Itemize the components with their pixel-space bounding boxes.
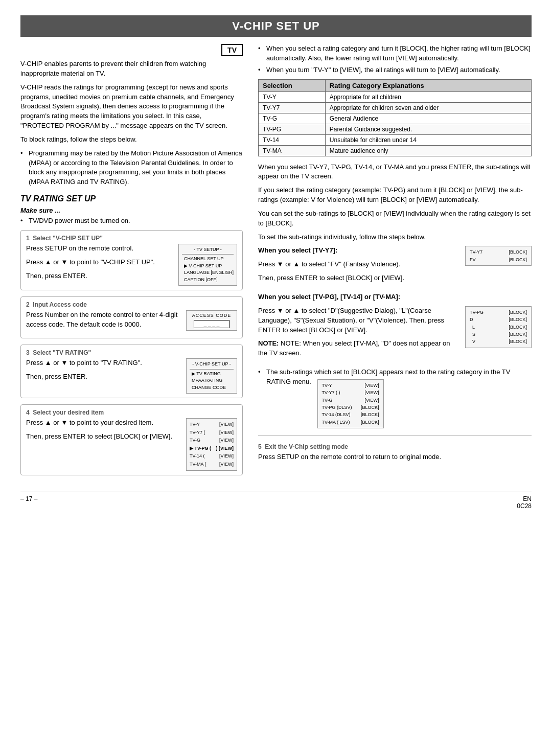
step-5-line: Press SETUP on the remote control to ret… xyxy=(258,452,532,462)
final-row-0: TV-Y[VIEW] xyxy=(322,382,379,389)
step-1-line-3: Then, press ENTER. xyxy=(26,271,173,281)
intro-p1: V-CHIP enables parents to prevent their … xyxy=(20,59,243,79)
step-1-menu-item-2: LANGUAGE [ENGLISH] xyxy=(182,269,234,277)
tv-y7-row-0: TV-Y7[BLOCK] xyxy=(470,248,527,256)
step-5-number: 5 Exit the V-Chip setting mode xyxy=(258,443,532,450)
when-tv-y7-title: When you select [TV-Y7]: xyxy=(258,246,456,256)
table-row: TV-YAppropriate for all children xyxy=(259,91,532,102)
table-cell-explanation: General Audience xyxy=(325,113,531,124)
table-cell-explanation: Appropriate for children seven and older xyxy=(325,102,531,113)
table-cell-selection: TV-Y7 xyxy=(259,102,326,113)
step-4-row-2: TV-G[VIEW] xyxy=(190,437,234,445)
step-2-access-code: ACCESS CODE _ _ _ _ xyxy=(186,310,237,331)
right-bullets: When you select a rating category and tu… xyxy=(258,44,532,75)
when-tvpg-section: When you select [TV-PG], [TV-14] or [TV-… xyxy=(258,292,532,362)
table-cell-selection: TV-14 xyxy=(259,134,326,145)
bullet-1: Programming may be rated by the Motion P… xyxy=(20,149,243,187)
table-cell-selection: TV-Y xyxy=(259,91,326,102)
right-body-p3: You can set the sub-ratings to [BLOCK] o… xyxy=(258,209,532,228)
table-row: TV-14Unsuitable for children under 14 xyxy=(259,134,532,145)
table-cell-explanation: Parental Guidance suggested. xyxy=(325,124,531,134)
table-header-explanation: Rating Category Explanations xyxy=(325,79,531,91)
access-code-title: ACCESS CODE xyxy=(191,313,233,318)
intro-bullets: Programming may be rated by the Motion P… xyxy=(20,149,243,187)
step-3-menu: - V-CHIP SET UP - TV RATING MPAA RATING … xyxy=(186,358,237,394)
tvpg-row-4: V[BLOCK] xyxy=(470,338,527,345)
step-2-line-1: Press Number on the remote control to en… xyxy=(26,310,181,330)
make-sure-bullet: TV/DVD power must be turned on. xyxy=(20,216,243,226)
right-column: When you select a rating category and tu… xyxy=(258,44,532,482)
when-tv-y7-line-2: Then, press ENTER to select [BLOCK] or [… xyxy=(258,273,456,283)
footer-code: EN 0C28 xyxy=(517,495,532,510)
page-title: V-CHIP SET UP xyxy=(20,15,532,37)
tv-badge: TV xyxy=(221,44,243,56)
step-4-row-5: TV-MA ([VIEW] xyxy=(190,461,234,469)
intro-p3: To block ratings, follow the steps below… xyxy=(20,135,243,145)
step-4-row-1: TV-Y7 ([VIEW] xyxy=(190,429,234,437)
tv-y7-row-1: FV[BLOCK] xyxy=(470,256,527,263)
footer: – 17 – EN 0C28 xyxy=(20,492,532,510)
tvpg-row-1: D[BLOCK] xyxy=(470,316,527,323)
when-tvpg-title: When you select [TV-PG], [TV-14] or [TV-… xyxy=(258,292,532,302)
step-2-number: 2 Input Access code xyxy=(26,301,237,308)
step-3-menu-title: - V-CHIP SET UP - xyxy=(190,361,234,370)
table-row: TV-Y7Appropriate for children seven and … xyxy=(259,102,532,113)
table-cell-selection: TV-PG xyxy=(259,124,326,134)
subratings-bullet: The sub-ratings which set to [BLOCK] app… xyxy=(258,368,532,428)
footer-page: – 17 – xyxy=(20,495,37,510)
step-4-text: Press ▲ or ▼ to point to your desired it… xyxy=(26,418,181,446)
step-3-number: 3 Select "TV RATING" xyxy=(26,349,237,356)
step-4-row-4: TV-14 ([VIEW] xyxy=(190,452,234,461)
tvpg-row-0: TV-PG[BLOCK] xyxy=(470,309,527,316)
tvpg-row-3: S[BLOCK] xyxy=(470,331,527,338)
when-tv-y7-text: When you select [TV-Y7]: Press ▼ or ▲ to… xyxy=(258,246,456,287)
table-cell-explanation: Appropriate for all children xyxy=(325,91,531,102)
final-row-2: TV-G[VIEW] xyxy=(322,397,379,404)
table-row: TV-PGParental Guidance suggested. xyxy=(259,124,532,134)
step-1-menu-item-3: CAPTION [OFF] xyxy=(182,277,234,284)
step-3-line-1: Press ▲ or ▼ to point to "TV RATING". xyxy=(26,358,181,368)
right-bullet-1: When you select a rating category and tu… xyxy=(258,44,532,63)
right-body-p2: If you select the rating category (examp… xyxy=(258,186,532,205)
step-3-line-2: Then, press ENTER. xyxy=(26,372,181,382)
step-1-text: Press SETUP on the remote control. Press… xyxy=(26,244,173,285)
step-4-box: 4 Select your desired item Press ▲ or ▼ … xyxy=(20,404,243,475)
table-cell-explanation: Unsuitable for children under 14 xyxy=(325,134,531,145)
table-row: TV-GGeneral Audience xyxy=(259,113,532,124)
step-4-menu: TV-Y[VIEW] TV-Y7 ([VIEW] TV-G[VIEW] ▶ TV… xyxy=(186,418,237,471)
step-4-line-1: Press ▲ or ▼ to point to your desired it… xyxy=(26,418,181,428)
step-1-menu: - TV SETUP - CHANNEL SET UP V-CHIP SET U… xyxy=(178,244,237,286)
table-cell-explanation: Mature audience only xyxy=(325,145,531,156)
step-3-text: Press ▲ or ▼ to point to "TV RATING". Th… xyxy=(26,358,181,386)
step-1-line-1: Press SETUP on the remote control. xyxy=(26,244,173,254)
access-code-input: _ _ _ _ xyxy=(194,320,229,328)
left-column: TV V-CHIP enables parents to prevent the… xyxy=(20,44,243,482)
final-ratings-box: TV-Y[VIEW] TV-Y7 ( )[VIEW] TV-G[VIEW] TV… xyxy=(317,379,384,428)
when-tv-y7-section: When you select [TV-Y7]: Press ▼ or ▲ to… xyxy=(258,246,532,287)
step-2-box: 2 Input Access code Press Number on the … xyxy=(20,296,243,338)
right-bullet-2: When you turn "TV-Y" to [VIEW], the all … xyxy=(258,65,532,75)
final-row-1: TV-Y7 ( )[VIEW] xyxy=(322,389,379,396)
step-4-number: 4 Select your desired item xyxy=(26,409,237,416)
step-3-menu-item-0: TV RATING xyxy=(190,371,234,378)
step-3-box: 3 Select "TV RATING" Press ▲ or ▼ to poi… xyxy=(20,345,243,398)
table-row: TV-MAMature audience only xyxy=(259,145,532,156)
table-header-selection: Selection xyxy=(259,79,326,91)
table-cell-selection: TV-G xyxy=(259,113,326,124)
step-2-text: Press Number on the remote control to en… xyxy=(26,310,181,334)
tvpg-subrating-box: TV-PG[BLOCK] D[BLOCK] L[BLOCK] S[BLOCK] … xyxy=(465,306,532,348)
make-sure-label: Make sure ... xyxy=(20,207,243,214)
step-5-box: 5 Exit the V-Chip setting mode Press SET… xyxy=(258,443,532,462)
table-cell-selection: TV-MA xyxy=(259,145,326,156)
when-tvpg-line-1: Press ▼ or ▲ to select "D"(Suggestive Di… xyxy=(258,306,456,335)
step-3-menu-item-2: CHANGE CODE xyxy=(190,384,234,392)
step-1-menu-item-0: CHANNEL SET UP xyxy=(182,256,234,263)
rating-table: Selection Rating Category Explanations T… xyxy=(258,79,532,156)
step-4-row-3: ▶ TV-PG () [VIEW] xyxy=(190,445,234,453)
step-1-number: 1 Select "V-CHIP SET UP" xyxy=(26,235,237,242)
step-4-row-0: TV-Y[VIEW] xyxy=(190,421,234,429)
tv-y7-subrating-box: TV-Y7[BLOCK] FV[BLOCK] xyxy=(465,246,532,266)
when-tvpg-note: NOTE: NOTE: When you select [TV-MA], "D"… xyxy=(258,339,456,358)
tv-rating-section: TV RATING SET UP Make sure ... TV/DVD po… xyxy=(20,194,243,475)
tvpg-row-2: L[BLOCK] xyxy=(470,324,527,331)
